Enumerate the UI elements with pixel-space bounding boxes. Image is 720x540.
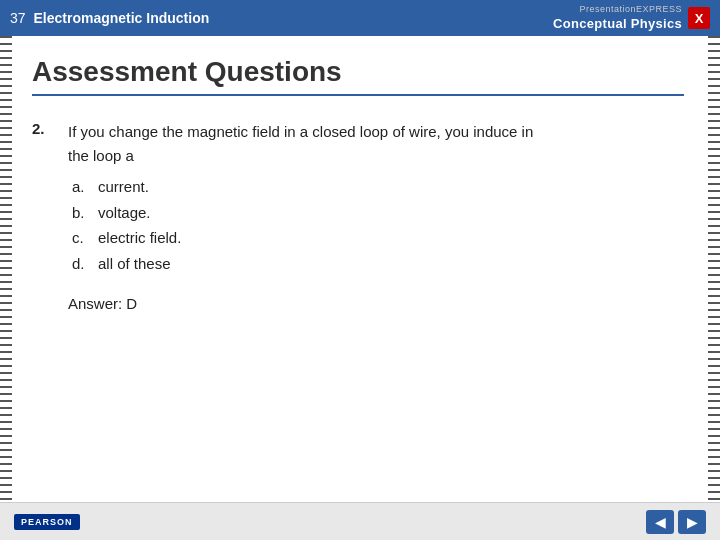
close-button[interactable]: X — [688, 7, 710, 29]
option-d-text: all of these — [98, 251, 171, 277]
nav-next-button[interactable]: ▶ — [678, 510, 706, 534]
question-text-block: If you change the magnetic field in a cl… — [68, 120, 533, 316]
option-c: c. electric field. — [72, 225, 533, 251]
chapter-heading: 37 Electromagnetic Induction — [10, 10, 209, 26]
header-right: PresentationEXPRESS Conceptual Physics X — [553, 4, 710, 32]
main-content: Assessment Questions 2. If you change th… — [12, 36, 708, 540]
brand-block: PresentationEXPRESS Conceptual Physics — [553, 4, 682, 32]
option-c-text: electric field. — [98, 225, 181, 251]
option-a-letter: a. — [72, 174, 88, 200]
pe-label: PresentationEXPRESS — [553, 4, 682, 14]
pearson-logo: PEARSON — [14, 514, 80, 530]
right-border-decoration — [708, 36, 720, 540]
option-c-letter: c. — [72, 225, 88, 251]
brand-name: Conceptual Physics — [553, 16, 682, 31]
option-a-text: current. — [98, 174, 149, 200]
option-b-letter: b. — [72, 200, 88, 226]
option-b-text: voltage. — [98, 200, 151, 226]
question-text-line1: If you change the magnetic field in a cl… — [68, 120, 533, 168]
page-title: Assessment Questions — [32, 56, 684, 96]
header: 37 Electromagnetic Induction Presentatio… — [0, 0, 720, 36]
option-d-letter: d. — [72, 251, 88, 277]
chapter-title: Electromagnetic Induction — [33, 10, 209, 26]
nav-prev-button[interactable]: ◀ — [646, 510, 674, 534]
content-wrapper: Assessment Questions 2. If you change th… — [0, 36, 720, 540]
left-border-decoration — [0, 36, 12, 540]
nav-buttons: ◀ ▶ — [646, 510, 706, 534]
option-b: b. voltage. — [72, 200, 533, 226]
question-block: 2. If you change the magnetic field in a… — [32, 120, 684, 316]
option-d: d. all of these — [72, 251, 533, 277]
answer: Answer: D — [68, 292, 533, 316]
options-list: a. current. b. voltage. c. electric fiel… — [68, 174, 533, 276]
question-number: 2. — [32, 120, 52, 316]
bottom-bar: PEARSON ◀ ▶ — [0, 502, 720, 540]
chapter-number: 37 — [10, 10, 26, 26]
option-a: a. current. — [72, 174, 533, 200]
